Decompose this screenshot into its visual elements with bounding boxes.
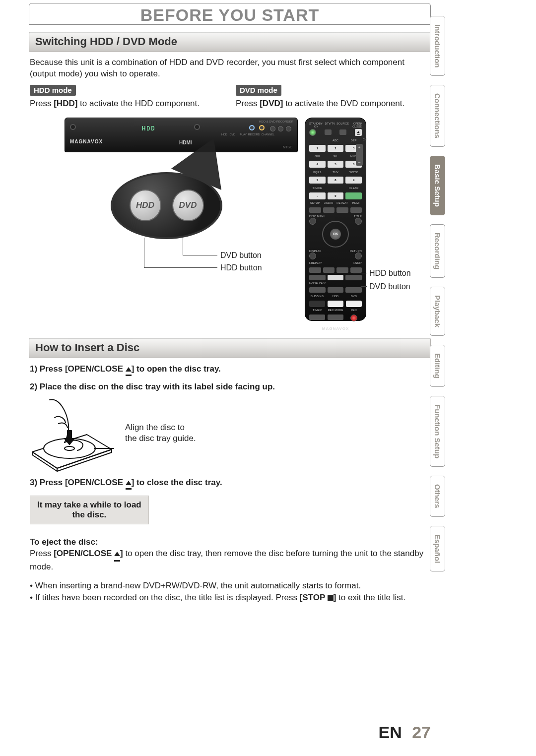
remote-ok-button: OK — [330, 229, 341, 240]
device-remote-illustration: HDD MAGNAVOX HDMI HDD & DVD RECORDER HDD… — [29, 113, 431, 326]
eject-instruction: Press [OPEN/CLOSE ] to open the disc tra… — [30, 548, 430, 573]
hdd-button-zoom: HDD — [130, 189, 161, 221]
stop-icon — [328, 595, 334, 601]
callout-hdd-button: HDD button — [220, 263, 262, 272]
page-footer: EN 27 — [29, 723, 431, 742]
dvd-mode-instruction: Press [DVD] to activate the DVD componen… — [236, 99, 430, 109]
zoom-callout: HDD DVD — [111, 172, 222, 239]
hdd-mode-instruction: Press [HDD] to activate the HDD componen… — [30, 99, 224, 109]
section-heading-switching-mode: Switching HDD / DVD Mode — [29, 32, 431, 52]
open-close-label: OPEN/ CLOSE — [349, 122, 362, 128]
remote-hdd-button — [328, 301, 343, 307]
hdd-mode-chip: HDD mode — [30, 85, 76, 96]
page-title: BEFORE YOU START — [37, 5, 423, 25]
remote-dvd-button — [346, 301, 362, 307]
step-2: 2) Place the disc on the disc tray with … — [30, 382, 430, 392]
disc-tray-illustration: Align the disc to the disc tray guide. — [30, 395, 430, 472]
step-1: 1) Press [OPEN/CLOSE ] to open the disc … — [30, 364, 430, 376]
tab-introduction[interactable]: Introduction — [430, 16, 445, 76]
note-1: • When inserting a brand-new DVD+RW/DVD-… — [30, 580, 430, 592]
section-heading-insert-disc: How to Insert a Disc — [29, 338, 431, 358]
eject-icon — [126, 478, 132, 490]
tab-function-setup[interactable]: Function Setup — [430, 396, 445, 467]
notes-list: • When inserting a brand-new DVD+RW/DVD-… — [30, 580, 430, 604]
eject-icon — [114, 548, 120, 562]
tab-connections[interactable]: Connections — [430, 85, 445, 147]
tab-basic-setup[interactable]: Basic Setup — [430, 156, 445, 215]
side-tabs: Introduction Connections Basic Setup Rec… — [430, 16, 452, 580]
remote-brand: MAGNAVOX — [309, 326, 362, 331]
step-3: 3) Press [OPEN/CLOSE ] to close the disc… — [30, 478, 430, 490]
language-code: EN — [378, 723, 402, 742]
tab-espanol[interactable]: Español — [430, 526, 445, 571]
align-disc-caption: Align the disc to the disc tray guide. — [125, 422, 196, 444]
tab-editing[interactable]: Editing — [430, 345, 445, 387]
callout-dvd-button: DVD button — [220, 251, 262, 260]
eject-icon — [126, 364, 132, 376]
tab-others[interactable]: Others — [430, 476, 445, 516]
tab-playback[interactable]: Playback — [430, 287, 445, 336]
callout-remote-dvd: DVD button — [369, 282, 410, 291]
note-2: • If titles have been recorded on the di… — [30, 592, 430, 604]
dvd-button-zoom: DVD — [172, 189, 204, 221]
device-brand: MAGNAVOX — [70, 139, 103, 144]
intro-text: Because this unit is a combination of HD… — [30, 57, 430, 80]
loading-notice: It may take a while to load the disc. — [30, 496, 149, 524]
dvd-mode-chip: DVD mode — [236, 85, 281, 96]
eject-heading: To eject the disc: — [30, 537, 430, 547]
callout-remote-hdd: HDD button — [369, 269, 411, 278]
remote-control: STANDBY-ON DTV/TV SOURCE OPEN/ CLOSE ABC… — [305, 118, 366, 321]
tab-recording[interactable]: Recording — [430, 224, 445, 278]
page-number: 27 — [412, 723, 431, 742]
